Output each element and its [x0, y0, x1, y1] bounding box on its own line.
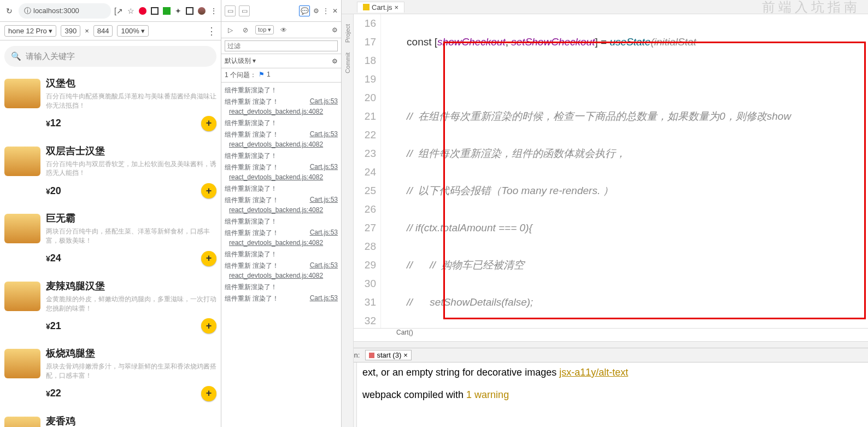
add-button[interactable]: + — [201, 116, 216, 131]
device-icon[interactable]: ▭ — [239, 5, 250, 16]
log-source[interactable]: Cart.js:53 — [310, 130, 338, 139]
ext-icon-2[interactable] — [151, 7, 159, 15]
npm-icon — [369, 353, 374, 358]
puzzle-icon[interactable]: ✦ — [175, 7, 181, 15]
star-icon[interactable]: ☆ — [127, 7, 134, 15]
add-button[interactable]: + — [201, 251, 216, 266]
reload-icon[interactable]: ↻ — [3, 7, 15, 15]
search-icon: 🔍 — [11, 51, 21, 61]
gear-icon[interactable]: ⚙ — [313, 7, 319, 15]
device-width[interactable]: 390 — [61, 25, 80, 37]
product-price: ¥22 — [46, 388, 61, 399]
log-source[interactable]: react_devtools_backend.js:4082 — [221, 173, 341, 183]
gear-icon[interactable]: ⚙ — [332, 26, 338, 34]
log-line: 组件重新渲染了！ — [221, 183, 341, 195]
log-line: 组件重新渲染了！ — [221, 216, 341, 227]
kebab-icon[interactable]: ⋮ — [210, 7, 218, 15]
ext-icon-3[interactable] — [163, 7, 171, 15]
inspect-icon[interactable]: ▭ — [225, 5, 236, 16]
filter-row — [221, 38, 341, 54]
issue-count: 1 — [267, 71, 271, 80]
ext-icon-1[interactable] — [139, 7, 146, 15]
code-editor[interactable]: 1617181920212223242526272829303132 const… — [342, 14, 868, 328]
close-icon[interactable]: ✕ — [332, 7, 338, 15]
log-line: 组件重新 渲染了！Cart.js:53 — [221, 162, 341, 173]
log-source[interactable]: Cart.js:53 — [310, 229, 338, 238]
log-line: 组件重新 渲染了！Cart.js:53 — [221, 260, 341, 272]
h-scroll[interactable] — [342, 341, 868, 348]
level-row[interactable]: 默认级别 ▾ ⚙ — [221, 54, 341, 68]
log-source[interactable]: react_devtools_backend.js:4082 — [221, 108, 341, 118]
url-field[interactable]: ⓘ localhost:3000 — [19, 3, 111, 19]
devtools-pane: ▭ ▭ 💬 ⚙ ⋮ ✕ ▷ ⊘ top ▾ 👁 ⚙ 默认级别 ▾ ⚙ 1 个问题… — [221, 0, 342, 427]
more-icon[interactable]: ⋮ — [207, 25, 216, 37]
log-source[interactable]: Cart.js:53 — [310, 97, 338, 107]
level-select[interactable]: 默认级别 ▾ — [225, 56, 256, 66]
device-select[interactable]: hone 12 Pro ▾ — [4, 25, 56, 37]
commit-tab[interactable]: Commit — [344, 52, 351, 73]
product-thumb — [4, 214, 40, 243]
stop-icon[interactable]: ⊘ — [240, 26, 251, 34]
js-icon — [363, 4, 370, 10]
console-tab[interactable]: 💬 — [299, 5, 310, 16]
log-line: 组件重新渲染了！ — [221, 249, 341, 260]
add-button[interactable]: + — [201, 318, 216, 334]
log-source[interactable]: react_devtools_backend.js:4082 — [221, 206, 341, 216]
add-button[interactable]: + — [201, 386, 216, 401]
product-desc: 百分百纯牛肉与双层香软芝，加上松软面包及美味酱料，诱惑无人能挡！ — [46, 160, 216, 178]
log-source[interactable]: Cart.js:53 — [310, 163, 338, 172]
info-icon: ⓘ — [24, 6, 31, 16]
device-height[interactable]: 844 — [93, 25, 113, 37]
toolbar-icons: [↗ ☆ ✦ ⋮ — [114, 7, 218, 15]
terminal-output[interactable]: ext, or an empty string for decorative i… — [357, 362, 868, 427]
close-icon[interactable]: × — [403, 351, 408, 359]
product-card: 麦香鸡 — [4, 414, 216, 427]
product-price: ¥12 — [46, 118, 61, 129]
search-input[interactable]: 🔍 请输入关键字 — [4, 46, 216, 67]
filter-input[interactable] — [225, 40, 338, 51]
lint-link[interactable]: jsx-a11y/alt-text — [559, 367, 628, 378]
gear-icon[interactable]: ⚙ — [332, 57, 338, 65]
console-toolbar: ▷ ⊘ top ▾ 👁 ⚙ — [221, 22, 341, 38]
clear-icon[interactable]: ▷ — [225, 26, 236, 34]
zoom-select[interactable]: 100% ▾ — [117, 25, 149, 37]
product-card: 板烧鸡腿堡原块去骨鸡排嫩滑多汁，与翠绿新鲜的生菜和香浓烧鸡酱搭配，口感丰富！¥2… — [4, 347, 216, 401]
log-source[interactable]: react_devtools_backend.js:4082 — [221, 239, 341, 249]
log-source[interactable]: Cart.js:53 — [310, 196, 338, 205]
product-card: 汉堡包百分百纯牛肉配搭爽脆酸瓜洋葱粒与美味番茄酱经典滋味让你无法抵挡！¥12+ — [4, 77, 216, 131]
project-tab[interactable]: Project — [344, 24, 351, 43]
log-line: 组件重新渲染了！ — [221, 150, 341, 162]
log-line: 组件重新渲染了！ — [221, 85, 341, 96]
ide-pane: Project Commit Cart.js × 前端入坑指南 16171819… — [342, 0, 868, 427]
tab-label: Cart.js — [372, 3, 392, 11]
add-button[interactable]: + — [201, 183, 216, 198]
code-area[interactable]: const [showCheckout, setShowCheckout] = … — [390, 14, 868, 328]
product-desc: 原块去骨鸡排嫩滑多汁，与翠绿新鲜的生菜和香浓烧鸡酱搭配，口感丰富！ — [46, 362, 216, 381]
log-source[interactable]: react_devtools_backend.js:4082 — [221, 141, 341, 150]
breadcrumb[interactable]: Cart() — [342, 328, 868, 341]
product-price: ¥21 — [46, 320, 61, 332]
share-icon[interactable]: [↗ — [114, 7, 123, 15]
more-icon[interactable]: ⋮ — [322, 7, 329, 15]
log-line: 组件重新 渲染了！Cart.js:53 — [221, 227, 341, 239]
file-tab[interactable]: Cart.js × — [357, 2, 404, 13]
issues-row[interactable]: 1 个问题： ⚑ 1 — [221, 68, 341, 83]
run-config[interactable]: start (3) × — [365, 350, 411, 360]
eye-icon[interactable]: 👁 — [278, 26, 289, 34]
log-line: 组件重新渲染了！ — [221, 118, 341, 129]
product-desc: 金黄脆辣的外皮，鲜嫩幼滑的鸡腿肉，多重滋味，一次打动您挑剔的味蕾！ — [46, 295, 216, 313]
url-text: localhost:3000 — [33, 7, 79, 15]
context-select[interactable]: top ▾ — [255, 25, 274, 34]
console-log: 组件重新渲染了！组件重新 渲染了！Cart.js:53react_devtool… — [221, 83, 341, 427]
log-source[interactable]: Cart.js:53 — [310, 261, 338, 271]
product-title: 麦辣鸡腿汉堡 — [46, 279, 216, 293]
avatar[interactable] — [198, 7, 206, 15]
log-source[interactable]: react_devtools_backend.js:4082 — [221, 272, 341, 282]
product-thumb — [4, 349, 40, 378]
panel-icon[interactable] — [186, 7, 193, 15]
close-icon[interactable]: × — [395, 3, 399, 11]
product-title: 巨无霸 — [46, 212, 216, 225]
log-source[interactable]: Cart.js:53 — [310, 294, 338, 303]
product-thumb — [4, 417, 40, 427]
log-line: 组件重新渲染了！ — [221, 282, 341, 293]
